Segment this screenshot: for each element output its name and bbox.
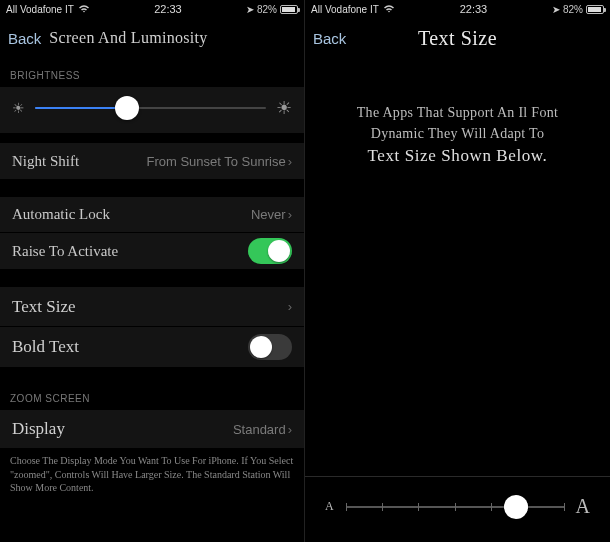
status-time: 22:33 bbox=[154, 3, 182, 15]
zoom-header: ZOOM SCREEN bbox=[0, 385, 304, 410]
brightness-header: BRIGHTNESS bbox=[0, 62, 304, 87]
nav-bar: Back Screen And Luminosity bbox=[0, 18, 304, 58]
desc-line-2: Dynamic They Will Adapt To bbox=[323, 123, 592, 144]
page-title: Screen And Luminosity bbox=[49, 29, 207, 47]
display-row[interactable]: Display Standard › bbox=[0, 410, 304, 448]
sun-small-icon: ☀ bbox=[12, 100, 25, 116]
battery-pct: 82% bbox=[563, 4, 583, 15]
page-title: Text Size bbox=[418, 27, 497, 50]
nav-bar: Back Text Size bbox=[305, 18, 610, 58]
bold-text-row: Bold Text bbox=[0, 327, 304, 367]
brightness-slider-row: ☀ ☀ bbox=[0, 87, 304, 133]
chevron-right-icon: › bbox=[288, 154, 292, 169]
back-button[interactable]: Back bbox=[313, 30, 346, 47]
brightness-slider[interactable] bbox=[35, 107, 266, 109]
chevron-right-icon: › bbox=[288, 299, 292, 314]
automatic-lock-label: Automatic Lock bbox=[12, 206, 110, 223]
battery-icon bbox=[586, 5, 604, 14]
chevron-right-icon: › bbox=[288, 422, 292, 437]
text-size-pane: All Vodafone IT 22:33 ➤ 82% Back Text Si… bbox=[305, 0, 610, 542]
battery-pct: 82% bbox=[257, 4, 277, 15]
text-size-row[interactable]: Text Size › bbox=[0, 287, 304, 327]
raise-toggle[interactable] bbox=[248, 238, 292, 264]
bold-text-label: Bold Text bbox=[12, 337, 79, 357]
bold-text-toggle[interactable] bbox=[248, 334, 292, 360]
wifi-icon bbox=[78, 4, 90, 15]
back-button[interactable]: Back bbox=[8, 30, 41, 47]
screen-luminosity-pane: All Vodafone IT 22:33 ➤ 82% Back Screen … bbox=[0, 0, 305, 542]
raise-label: Raise To Activate bbox=[12, 243, 118, 260]
status-bar: All Vodafone IT 22:33 ➤ 82% bbox=[0, 0, 304, 18]
location-icon: ➤ bbox=[552, 4, 560, 15]
desc-line-bold: Text Size Shown Below. bbox=[323, 146, 592, 166]
chevron-right-icon: › bbox=[288, 207, 292, 222]
night-shift-row[interactable]: Night Shift From Sunset To Sunrise › bbox=[0, 143, 304, 179]
location-icon: ➤ bbox=[246, 4, 254, 15]
text-size-slider[interactable] bbox=[346, 506, 564, 508]
display-label: Display bbox=[12, 419, 65, 439]
description-block: The Apps That Support An Il Font Dynamic… bbox=[305, 62, 610, 176]
large-a-icon: A bbox=[576, 495, 590, 518]
carrier-label: All Vodafone IT bbox=[311, 4, 379, 15]
sun-large-icon: ☀ bbox=[276, 97, 292, 119]
small-a-icon: A bbox=[325, 499, 334, 514]
automatic-lock-row[interactable]: Automatic Lock Never › bbox=[0, 197, 304, 233]
night-shift-label: Night Shift bbox=[12, 153, 79, 170]
text-size-label: Text Size bbox=[12, 297, 75, 317]
display-footer-text: Choose The Display Mode You Want To Use … bbox=[0, 448, 304, 499]
status-time: 22:33 bbox=[460, 3, 488, 15]
text-size-slider-row: A A bbox=[305, 476, 610, 528]
status-bar: All Vodafone IT 22:33 ➤ 82% bbox=[305, 0, 610, 18]
desc-line-1: The Apps That Support An Il Font bbox=[323, 102, 592, 123]
wifi-icon bbox=[383, 4, 395, 15]
raise-to-activate-row: Raise To Activate bbox=[0, 233, 304, 269]
carrier-label: All Vodafone IT bbox=[6, 4, 74, 15]
battery-icon bbox=[280, 5, 298, 14]
